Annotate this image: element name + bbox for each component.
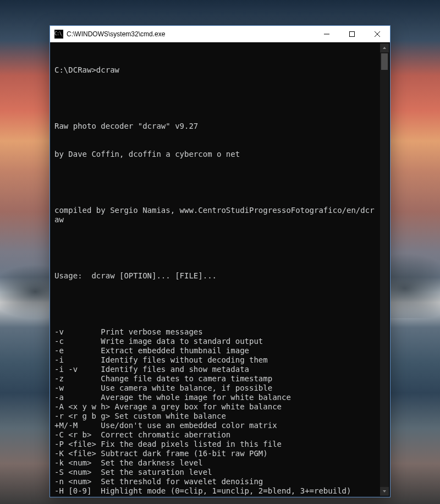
terminal-area: C:\DCRaw>dcraw Raw photo decoder "dcraw"…	[50, 42, 390, 497]
scroll-down-button[interactable]	[380, 487, 389, 496]
minimize-button[interactable]	[314, 26, 339, 42]
blank-line	[54, 94, 378, 103]
cmd-window: C:\WINDOWS\system32\cmd.exe C:\DCRaw>dcr…	[50, 25, 391, 497]
scroll-up-button[interactable]	[380, 43, 389, 52]
option-line: -K <file> Subtract dark frame (16-bit ra…	[54, 449, 378, 458]
option-line: -k <num> Set the darkness level	[54, 458, 378, 468]
option-line: -n <num> Set threshold for wavelet denoi…	[54, 477, 378, 486]
option-line: -i -v Identify files and show metadata	[54, 365, 378, 374]
header-line: Raw photo decoder "dcraw" v9.27	[54, 122, 378, 131]
option-line: +M/-M Use/don't use an embedded color ma…	[54, 421, 378, 430]
option-line: -w Use camera white balance, if possible	[54, 384, 378, 393]
blank-line	[54, 299, 378, 309]
prompt-line: C:\DCRaw>dcraw	[54, 65, 378, 75]
option-line: -C <r b> Correct chromatic aberration	[54, 430, 378, 440]
option-line: -r <r g b g> Set custom white balance	[54, 412, 378, 421]
header-line: by Dave Coffin, dcoffin a cybercom o net	[54, 150, 378, 159]
blank-line	[54, 178, 378, 187]
scroll-thumb[interactable]	[381, 53, 388, 70]
option-line: -v Print verbose messages	[54, 327, 378, 337]
usage-line: Usage: dcraw [OPTION]... [FILE]...	[54, 271, 378, 281]
window-controls	[314, 26, 390, 42]
option-line: -c Write image data to standard output	[54, 337, 378, 346]
scrollbar[interactable]	[380, 43, 389, 496]
compiled-line: compiled by Sergio Namias, www.CentroStu…	[54, 206, 378, 224]
option-line: -e Extract embedded thumbnail image	[54, 346, 378, 355]
close-button[interactable]	[365, 26, 390, 42]
option-line: -z Change file dates to camera timestamp	[54, 374, 378, 384]
maximize-button[interactable]	[339, 26, 365, 42]
option-line: -S <num> Set the saturation level	[54, 468, 378, 477]
titlebar[interactable]: C:\WINDOWS\system32\cmd.exe	[50, 26, 390, 42]
terminal-output[interactable]: C:\DCRaw>dcraw Raw photo decoder "dcraw"…	[51, 43, 380, 496]
window-title: C:\WINDOWS\system32\cmd.exe	[67, 30, 314, 38]
option-line: -i Identify files without decoding them	[54, 355, 378, 365]
blank-line	[54, 243, 378, 253]
option-line: -P <file> Fix the dead pixels listed in …	[54, 440, 378, 449]
cmd-icon	[54, 30, 63, 39]
svg-rect-0	[350, 31, 355, 36]
option-line: -H [0-9] Highlight mode (0=clip, 1=uncli…	[54, 486, 378, 496]
option-line: -A <x y w h> Average a grey box for whit…	[54, 402, 378, 412]
option-line: -a Average the whole image for white bal…	[54, 393, 378, 402]
